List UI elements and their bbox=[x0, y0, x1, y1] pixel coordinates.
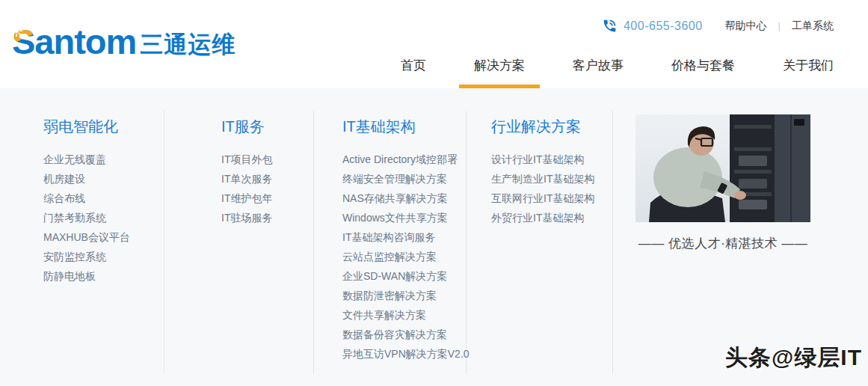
phone-number[interactable]: 400-655-3600 bbox=[624, 19, 703, 33]
menu-column-title[interactable]: IT基础架构 bbox=[342, 116, 470, 137]
menu-column-items: Active Directory域控部署终端安全管理解决方案NAS存储共享解决方… bbox=[342, 150, 470, 364]
menu-item[interactable]: IT项目外包 bbox=[221, 150, 272, 169]
column-divider bbox=[164, 111, 164, 374]
brand-logo[interactable]: SS antom 三通运维 bbox=[12, 24, 236, 60]
menu-item[interactable]: IT驻场服务 bbox=[221, 208, 272, 227]
menu-item[interactable]: Active Directory域控部署 bbox=[342, 150, 470, 169]
sun-icon bbox=[10, 24, 23, 37]
mega-menu-panel: 弱电智能化 企业无线覆盖机房建设综合布线门禁考勤系统MAXHUB会议平台安防监控… bbox=[0, 88, 868, 386]
menu-item[interactable]: 生产制造业IT基础架构 bbox=[491, 169, 594, 189]
menu-column-low-voltage: 弱电智能化 企业无线覆盖机房建设综合布线门禁考勤系统MAXHUB会议平台安防监控… bbox=[43, 116, 130, 286]
phone-icon bbox=[602, 18, 618, 34]
site-header: SS antom 三通运维 400-655-3600 帮助中心 | bbox=[0, 0, 868, 88]
menu-item[interactable]: 综合布线 bbox=[43, 189, 130, 208]
nav-item-pricing[interactable]: 价格与套餐 bbox=[671, 57, 735, 88]
menu-column-items: IT项目外包IT单次服务IT维护包年IT驻场服务 bbox=[221, 150, 272, 227]
promo-block: —— 优选人才·精湛技术 —— bbox=[635, 114, 810, 222]
help-center-link[interactable]: 帮助中心 bbox=[725, 19, 767, 33]
menu-item[interactable]: 文件共享解决方案 bbox=[342, 305, 470, 325]
page: SS antom 三通运维 400-655-3600 帮助中心 | bbox=[0, 0, 868, 386]
menu-item[interactable]: IT单次服务 bbox=[221, 169, 272, 189]
menu-column-it-services: IT服务 IT项目外包IT单次服务IT维护包年IT驻场服务 bbox=[221, 116, 272, 227]
brand-logo-rest: antom bbox=[34, 22, 136, 61]
menu-item[interactable]: 外贸行业IT基础架构 bbox=[491, 208, 594, 227]
menu-item[interactable]: Windows文件共享方案 bbox=[342, 208, 470, 227]
menu-item[interactable]: 安防监控系统 bbox=[43, 247, 130, 266]
nav-item-customer-stories[interactable]: 客户故事 bbox=[573, 57, 624, 88]
nav-item-about[interactable]: 关于我们 bbox=[783, 57, 834, 88]
engineer-server-rack-photo bbox=[635, 114, 810, 222]
menu-item[interactable]: 防静电地板 bbox=[43, 266, 130, 286]
ticket-system-link[interactable]: 工单系统 bbox=[792, 19, 834, 33]
nav-item-home[interactable]: 首页 bbox=[401, 57, 426, 88]
menu-item[interactable]: 设计行业IT基础架构 bbox=[491, 150, 594, 169]
menu-item[interactable]: 数据备份容灾解决方案 bbox=[342, 325, 470, 344]
menu-item[interactable]: 机房建设 bbox=[43, 169, 130, 189]
menu-item[interactable]: 互联网行业IT基础架构 bbox=[491, 189, 594, 208]
menu-column-items: 企业无线覆盖机房建设综合布线门禁考勤系统MAXHUB会议平台安防监控系统防静电地… bbox=[43, 150, 130, 286]
promo-caption: —— 优选人才·精湛技术 —— bbox=[635, 235, 810, 252]
brand-logo-cjk: 三通运维 bbox=[140, 32, 236, 58]
menu-item[interactable]: IT维护包年 bbox=[221, 189, 272, 208]
column-divider bbox=[313, 111, 314, 374]
menu-column-title[interactable]: 弱电智能化 bbox=[43, 116, 130, 137]
topbar-divider: | bbox=[778, 20, 781, 31]
main-nav: 首页 解决方案 客户故事 价格与套餐 关于我们 bbox=[401, 57, 834, 88]
menu-item[interactable]: IT基础架构咨询服务 bbox=[342, 227, 470, 247]
topbar: 400-655-3600 帮助中心 | 工单系统 bbox=[602, 18, 834, 34]
menu-item[interactable]: 终端安全管理解决方案 bbox=[342, 169, 470, 189]
brand-logo-s: SS bbox=[12, 24, 34, 60]
nav-item-solutions[interactable]: 解决方案 bbox=[474, 57, 525, 88]
menu-column-it-infrastructure: IT基础架构 Active Directory域控部署终端安全管理解决方案NAS… bbox=[342, 116, 470, 364]
menu-item[interactable]: 门禁考勤系统 bbox=[43, 208, 130, 227]
toutiao-watermark: 头条@绿层IT bbox=[725, 343, 862, 373]
menu-column-industry-solutions: 行业解决方案 设计行业IT基础架构生产制造业IT基础架构互联网行业IT基础架构外… bbox=[491, 116, 594, 227]
menu-item[interactable]: MAXHUB会议平台 bbox=[43, 227, 130, 247]
menu-column-title[interactable]: 行业解决方案 bbox=[491, 116, 594, 137]
menu-item[interactable]: 数据防泄密解决方案 bbox=[342, 286, 470, 305]
menu-item[interactable]: 异地互访VPN解决方案V2.0 bbox=[342, 344, 470, 364]
menu-item[interactable]: 企业无线覆盖 bbox=[43, 150, 130, 169]
menu-item[interactable]: 企业SD-WAN解决方案 bbox=[342, 266, 470, 286]
menu-item[interactable]: NAS存储共享解决方案 bbox=[342, 189, 470, 208]
menu-column-title[interactable]: IT服务 bbox=[221, 116, 272, 137]
column-divider bbox=[612, 111, 613, 374]
brand-logo-latin: SS antom bbox=[12, 24, 136, 60]
menu-item[interactable]: 云站点监控解决方案 bbox=[342, 247, 470, 266]
menu-column-items: 设计行业IT基础架构生产制造业IT基础架构互联网行业IT基础架构外贸行业IT基础… bbox=[491, 150, 594, 227]
